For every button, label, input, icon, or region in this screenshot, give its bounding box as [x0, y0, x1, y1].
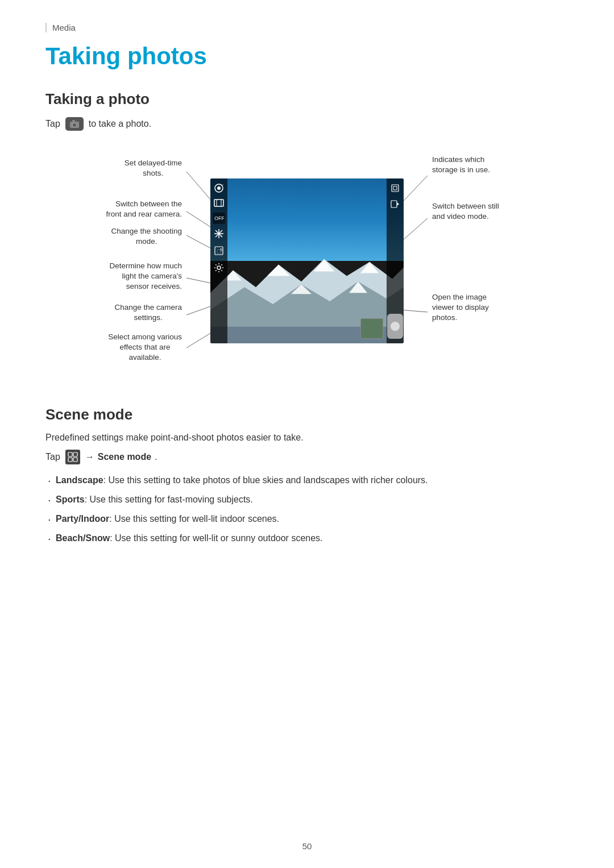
party-indoor-label: Party/Indoor — [56, 514, 109, 524]
svg-rect-2 — [72, 120, 75, 122]
svg-rect-38 — [391, 201, 397, 207]
label-shooting-mode: Change the shootingmode. — [111, 226, 182, 247]
scene-mode-title: Scene mode — [45, 406, 569, 423]
label-still-video: Switch between stilland video mode. — [432, 201, 499, 222]
label-delayed: Set delayed-timeshots. — [125, 158, 182, 178]
svg-marker-13 — [267, 264, 290, 276]
page-container: Media Taking photos Taking a photo Tap t… — [0, 0, 614, 868]
tap-prefix: Tap — [45, 452, 60, 462]
landscape-label: Landscape — [56, 475, 103, 485]
scene-mode-section: Scene mode Predefined settings make poin… — [45, 406, 569, 545]
tap-arrow: → — [85, 452, 94, 462]
page-number: 50 — [302, 841, 312, 851]
label-camera-settings: Change the camerasettings. — [114, 302, 182, 323]
tap-text: Tap — [45, 119, 60, 129]
landscape-text: : Use this setting to take photos of blu… — [103, 475, 428, 485]
camera-preview: ↩ OFF ⬚5 — [210, 178, 404, 343]
sports-label: Sports — [56, 495, 85, 504]
label-storage: Indicates whichstorage is in use. — [432, 155, 490, 175]
tap-period: . — [155, 452, 157, 462]
svg-point-1 — [72, 123, 76, 127]
still-video-icon — [391, 200, 400, 210]
shooting-mode-icon — [214, 199, 224, 208]
svg-rect-42 — [68, 458, 72, 462]
camera-left-bar: ↩ OFF ⬚5 — [210, 178, 227, 343]
page-title: Taking photos — [45, 43, 569, 70]
label-light: Determine how muchlight the camera'ssens… — [109, 261, 182, 292]
scene-description: Predefined settings make point-and-shoot… — [45, 433, 569, 443]
bullet-beach-snow: Beach/Snow: Use this setting for well-li… — [45, 531, 569, 545]
svg-marker-39 — [397, 202, 399, 206]
left-labels-container: Set delayed-timeshots. Switch between th… — [45, 144, 216, 394]
settings-gear-icon — [214, 263, 224, 275]
image-viewer-thumbnail — [360, 318, 383, 339]
svg-text:↩: ↩ — [221, 183, 223, 186]
sports-text: : Use this setting for fast-moving subje… — [85, 495, 253, 504]
scene-mode-icon — [65, 450, 80, 464]
rotate-cam-icon: ↩ — [214, 183, 224, 194]
beach-snow-text: : Use this setting for well-lit or sunny… — [110, 533, 322, 543]
party-indoor-text: : Use this setting for well-lit indoor s… — [109, 514, 279, 524]
svg-rect-37 — [393, 186, 397, 190]
shutter-button-inner — [389, 321, 401, 332]
camera-button-icon — [65, 117, 84, 131]
light-icon — [214, 229, 224, 241]
label-image-viewer: Open the imageviewer to displayphotos. — [432, 292, 489, 323]
off-icon: OFF — [213, 213, 225, 224]
svg-text:5: 5 — [220, 248, 222, 252]
camera-diagram: Set delayed-timeshots. Switch between th… — [45, 144, 569, 394]
tap-instruction: Tap to take a photo. — [45, 117, 569, 131]
subsection1-title: Taking a photo — [45, 90, 569, 108]
camera-right-bar — [387, 178, 404, 343]
label-effects: Select among variouseffects that areavai… — [108, 332, 182, 363]
svg-point-35 — [217, 266, 221, 269]
tap-scene-label: Scene mode — [98, 452, 151, 462]
exposure-icon: ⬚5 — [214, 246, 224, 258]
svg-rect-24 — [214, 200, 223, 206]
tap-scene-mode: Tap → Scene mode. — [45, 450, 569, 464]
svg-rect-43 — [73, 458, 77, 462]
shutter-button[interactable] — [387, 314, 403, 339]
svg-point-22 — [217, 186, 221, 190]
svg-text:OFF: OFF — [214, 215, 224, 221]
label-switch-camera: Switch between thefront and rear camera. — [106, 199, 182, 219]
scene-bullet-list: Landscape: Use this setting to take phot… — [45, 474, 569, 545]
bullet-landscape: Landscape: Use this setting to take phot… — [45, 474, 569, 487]
svg-rect-41 — [73, 452, 77, 456]
svg-rect-36 — [392, 185, 399, 192]
tap-text2: to take a photo. — [89, 119, 151, 129]
beach-snow-label: Beach/Snow — [56, 533, 110, 543]
storage-indicator-icon — [390, 183, 400, 196]
right-labels-container: Indicates whichstorage is in use. Switch… — [426, 144, 569, 394]
bullet-party-indoor: Party/Indoor: Use this setting for well-… — [45, 512, 569, 526]
section-label: Media — [45, 23, 569, 32]
svg-rect-40 — [68, 452, 72, 456]
bullet-sports: Sports: Use this setting for fast-moving… — [45, 493, 569, 506]
